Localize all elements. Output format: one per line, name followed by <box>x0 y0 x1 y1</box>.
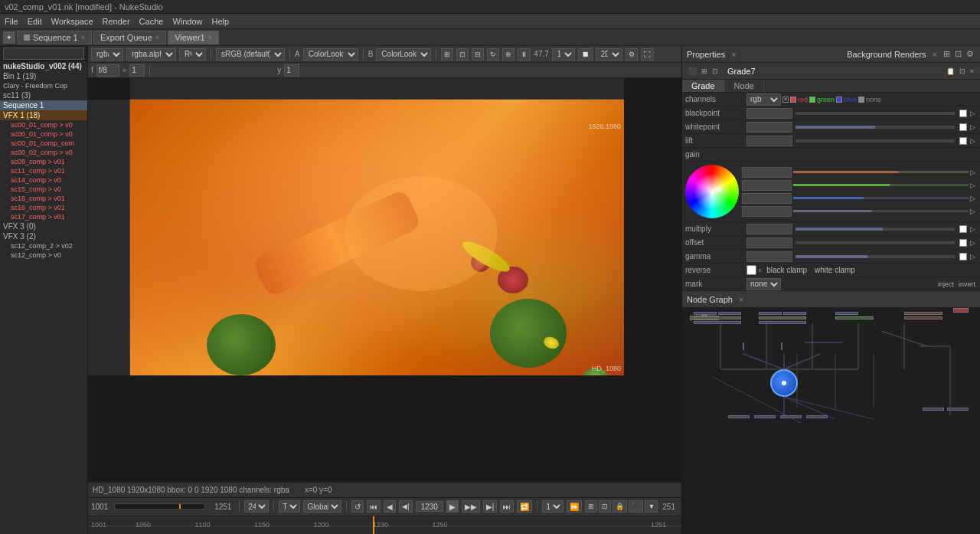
ng-node-red[interactable] <box>953 308 969 313</box>
node-btn-2[interactable]: ⊡ <box>958 67 967 75</box>
gain-g-expand[interactable]: ▷ <box>969 182 977 189</box>
global-select[interactable]: Global <box>303 500 341 513</box>
tree-item-vfx1[interactable]: VFX 1 (18) <box>0 110 87 120</box>
icon-btn-pause[interactable]: ⏸ <box>518 48 531 61</box>
f-input[interactable] <box>96 64 119 77</box>
offset-swatch[interactable] <box>959 239 967 247</box>
btn-timeline-4[interactable]: ⬛ <box>629 500 643 513</box>
tab-sequence1-close[interactable]: × <box>81 34 85 41</box>
color-wheel[interactable] <box>685 165 739 218</box>
ng-node-m2[interactable] <box>783 312 806 315</box>
btn-reset[interactable]: ↺ <box>351 500 364 513</box>
tree-item-sc12[interactable]: sc12_comp > v0 <box>0 251 87 260</box>
tree-item-sc12-2[interactable]: sc12_comp_2 > v02 <box>0 241 87 251</box>
tab-export-queue[interactable]: Export Queue × <box>93 31 166 44</box>
tree-item-clary[interactable]: Clary - Freedom Cop <box>0 81 87 90</box>
tree-item-sc14[interactable]: sc14_comp > v0 <box>0 175 87 185</box>
menu-window[interactable]: Window <box>172 17 202 26</box>
properties-close[interactable]: × <box>731 50 736 59</box>
blackpoint-input[interactable]: 0 <box>746 108 792 119</box>
tree-item-vfx3-2[interactable]: VFX 3 (2) <box>0 231 87 241</box>
ng-node-fr1[interactable] <box>904 312 942 315</box>
node-graph-close[interactable]: × <box>739 295 743 304</box>
gain-b-input[interactable]: 0.924154 <box>742 193 792 204</box>
node-tab[interactable]: Node <box>725 80 764 92</box>
btn-timeline-3[interactable]: 🔒 <box>612 500 627 513</box>
btn-prev-slow[interactable]: ◀| <box>399 500 412 513</box>
ng-node-r1-2[interactable] <box>718 312 741 315</box>
viewer-settings-btn[interactable]: ⚙ <box>626 48 638 61</box>
gamma-swatch[interactable] <box>959 253 967 260</box>
btn-timeline-5[interactable]: ▼ <box>645 500 658 513</box>
div-input[interactable] <box>129 64 145 77</box>
tree-item-sc16-2[interactable]: sc16_comp > v01 <box>0 203 87 212</box>
ng-node-r2[interactable] <box>835 316 874 319</box>
tab-viewer1[interactable]: Viewer1 × <box>168 31 219 44</box>
whitepoint-input[interactable]: 1 <box>746 122 792 133</box>
tab-export-close[interactable]: × <box>155 34 159 41</box>
lift-slider[interactable] <box>795 139 955 143</box>
prop-icon-1[interactable]: ⊞ <box>942 49 952 59</box>
multiply-slider[interactable] <box>795 228 955 231</box>
whitepoint-slider[interactable] <box>795 126 955 129</box>
gamma-input[interactable]: 1 <box>746 251 792 262</box>
btn-loop[interactable]: 🔁 <box>517 500 532 513</box>
pin-btn[interactable]: ✦ <box>3 31 15 44</box>
tab-sequence1[interactable]: Sequence 1 × <box>17 31 92 44</box>
channel-select[interactable]: rgba <box>91 48 123 61</box>
tree-item-sequence1[interactable]: Sequence 1 <box>0 100 87 110</box>
ng-frb-2[interactable] <box>947 408 969 411</box>
tree-item-vfx3-0[interactable]: VFX 3 (0) <box>0 221 87 231</box>
menu-cache[interactable]: Cache <box>139 17 164 26</box>
tree-item-sc00-2[interactable]: sc00_01_comp > v0 <box>0 129 87 139</box>
node-icon-b[interactable]: ⊞ <box>700 67 709 75</box>
multiply-input[interactable]: 1.2 <box>746 224 792 234</box>
gamma-expand[interactable]: ▷ <box>969 253 977 260</box>
gain-r-expand[interactable]: ▷ <box>969 169 977 176</box>
channels-select[interactable]: rgb <box>746 93 781 106</box>
node-icon-c[interactable]: ⊡ <box>710 67 720 75</box>
multiply-swatch[interactable] <box>959 225 967 233</box>
mark-select[interactable]: none <box>746 278 781 290</box>
icon-btn-1[interactable]: ⊞ <box>441 48 453 61</box>
ng-node-m3[interactable] <box>759 316 806 319</box>
tree-item-sc16-1[interactable]: sc16_comp > v01 <box>0 194 87 203</box>
search-input[interactable] <box>3 48 84 60</box>
ng-bottom-1[interactable] <box>728 415 750 418</box>
btn-timeline-1[interactable]: ⊞ <box>585 500 597 513</box>
node-graph-canvas[interactable] <box>682 308 980 534</box>
ng-node-r1-1[interactable] <box>694 312 717 315</box>
btn-prev-key[interactable]: ⏮ <box>367 500 381 513</box>
fps-value-select[interactable]: 10 <box>542 500 564 513</box>
ng-bottom-3[interactable] <box>780 415 802 418</box>
mark-btn2[interactable]: invert <box>957 280 977 288</box>
btn-prev-frame[interactable]: ◀ <box>384 500 396 513</box>
mark-btn1[interactable]: inject <box>936 280 956 288</box>
blackpoint-expand[interactable]: ▷ <box>969 110 977 117</box>
tree-item-sc11[interactable]: sc11 (3) <box>0 90 87 100</box>
node-btn-1[interactable]: 📋 <box>945 67 956 75</box>
tree-item-sc17[interactable]: sc17_comp > v01 <box>0 212 87 221</box>
b-input-select[interactable]: ColorLook: <box>376 48 431 61</box>
gamma-slider[interactable] <box>795 255 955 258</box>
btn-fast-fwd[interactable]: ⏩ <box>567 500 582 513</box>
whitepoint-swatch[interactable] <box>959 123 967 131</box>
ng-bottom-2[interactable] <box>754 415 776 418</box>
ng-frb-1[interactable] <box>923 408 944 411</box>
gain-b-expand[interactable]: ▷ <box>969 195 977 202</box>
btn-play[interactable]: ▶ <box>446 500 459 513</box>
offset-expand[interactable]: ▷ <box>969 239 977 247</box>
viewer-fullscreen-btn[interactable]: ⛶ <box>641 48 654 61</box>
prop-icon-3[interactable]: ⚙ <box>965 49 975 59</box>
bg-renders-close[interactable]: × <box>933 50 937 59</box>
prop-icon-2[interactable]: ⊡ <box>953 49 963 59</box>
ng-node-r2-1[interactable] <box>694 316 741 319</box>
dimension-select[interactable]: 2D <box>596 48 622 61</box>
btn-next-frame[interactable]: ▶| <box>483 500 498 513</box>
color-wheel-dot[interactable] <box>717 187 722 192</box>
icon-btn-3[interactable]: ⊟ <box>472 48 484 61</box>
node-icon-a[interactable]: ⬛ <box>687 67 698 75</box>
y-input[interactable] <box>284 64 299 77</box>
lift-expand[interactable]: ▷ <box>969 137 977 145</box>
lut-select[interactable]: sRGB (default) <box>216 48 285 61</box>
